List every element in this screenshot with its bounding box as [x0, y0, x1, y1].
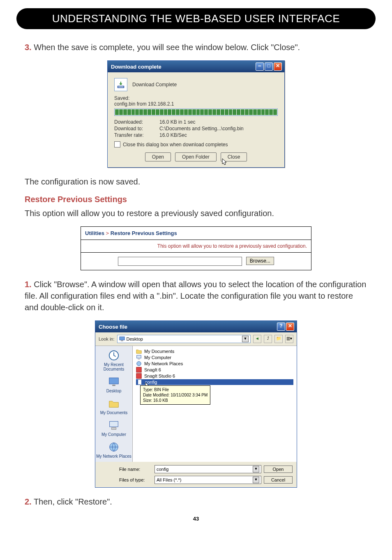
places-bar: My Recent Documents Desktop My Documents… [95, 346, 133, 462]
dialog-titlebar[interactable]: Choose file ? ✕ [95, 321, 297, 332]
places-mynet[interactable]: My Network Places [96, 441, 131, 459]
minimize-button[interactable]: ‒ [256, 62, 264, 71]
chevron-down-icon[interactable]: ▼ [253, 477, 259, 483]
saved-value: config.bin from 192.168.2.1 [114, 101, 278, 107]
page-number: 43 [0, 516, 392, 522]
browse-button[interactable]: Browse... [246, 257, 274, 265]
svg-rect-5 [112, 385, 115, 386]
svg-rect-7 [111, 428, 116, 430]
file-label: My Computer [144, 355, 171, 360]
up-one-level-button[interactable]: ⤴ [264, 335, 272, 343]
step-text: Click "Browse". A window will open that … [25, 280, 366, 312]
progress-bar [114, 108, 278, 116]
tooltip-line: Size: 16.0 KB [143, 398, 208, 403]
tooltip-line: Date Modified: 10/11/2002 3:34 PM [143, 392, 208, 398]
downloadto-label: Download to: [114, 126, 159, 131]
places-mycomp[interactable]: My Computer [101, 419, 126, 437]
help-button[interactable]: ? [277, 323, 285, 331]
filetype-value: All Files (*.*) [157, 477, 182, 482]
file-list[interactable]: My Documents My Computer My Network Plac… [133, 346, 297, 462]
step-text: Then, click "Restore". [34, 497, 112, 506]
list-item[interactable]: SnagIt 6 [136, 367, 293, 373]
views-button[interactable]: ▥▾ [285, 335, 293, 343]
rate-label: Transfer rate: [114, 132, 159, 138]
maximize-button[interactable]: □ [265, 62, 273, 71]
choose-file-dialog: Choose file ? ✕ Look in: Desktop ▼ ◄ ⤴ 📁… [95, 320, 297, 488]
downloadto-value: C:\Documents and Setting...\config.bin [159, 126, 278, 131]
cancel-button[interactable]: Cancel [264, 476, 293, 484]
places-mydocs[interactable]: My Documents [100, 397, 128, 415]
shortcut-icon [136, 367, 142, 373]
desktop-icon [119, 336, 125, 342]
dialog-titlebar[interactable]: Download complete ‒ □ ✕ [108, 61, 284, 72]
filename-input[interactable]: config ▼ [154, 465, 261, 473]
filename-label: File name: [119, 467, 152, 472]
close-when-complete-label: Close this dialog box when download comp… [123, 142, 228, 147]
dialog-title: Download complete [111, 64, 161, 70]
computer-icon [108, 419, 120, 431]
svg-rect-13 [136, 373, 141, 378]
svg-rect-1 [119, 337, 124, 340]
list-item[interactable]: SnagIt Studio 6 [136, 373, 293, 379]
step-number: 3. [25, 43, 32, 52]
places-label: My Recent Documents [95, 362, 132, 371]
places-recent[interactable]: My Recent Documents [95, 349, 132, 371]
restore-panel-desc: This option will allow you to restore a … [81, 240, 311, 253]
svg-point-11 [137, 362, 141, 366]
svg-rect-12 [136, 367, 141, 372]
close-when-complete-checkbox[interactable] [114, 141, 120, 147]
chevron-down-icon[interactable]: ▼ [242, 336, 249, 342]
step-number: 1. [25, 280, 32, 289]
saved-label: Saved: [114, 95, 278, 101]
file-tooltip: Type: BIN File Date Modified: 10/11/2002… [140, 385, 210, 405]
places-label: My Documents [100, 410, 128, 415]
recent-icon [108, 349, 120, 362]
lookin-dropdown[interactable]: Desktop ▼ [117, 335, 251, 343]
step-1: 1. Click "Browse". A window will open th… [25, 279, 367, 313]
svg-rect-10 [138, 359, 140, 360]
computer-icon [136, 355, 142, 360]
download-icon [114, 78, 127, 91]
open-button[interactable]: Open [264, 466, 293, 473]
step-3: 3. When the save is complete, you will s… [25, 41, 367, 53]
close-x-button[interactable]: ✕ [274, 62, 282, 71]
close-x-button[interactable]: ✕ [286, 323, 294, 331]
filetype-dropdown[interactable]: All Files (*.*) ▼ [154, 476, 261, 484]
chevron-down-icon[interactable]: ▼ [253, 466, 259, 472]
section-header: UNDERSTANDING THE WEB-BASED USER INTERFA… [16, 8, 376, 29]
restore-panel-title: Utilities > Restore Previous Settings [81, 227, 311, 240]
file-icon [137, 379, 143, 385]
file-label: SnagIt 6 [144, 367, 161, 372]
list-item[interactable]: My Documents [136, 348, 293, 354]
places-label: My Network Places [96, 454, 131, 459]
file-label: My Documents [144, 349, 174, 354]
breadcrumb-separator: > [106, 230, 109, 236]
restore-intro-text: This option will allow you to restore a … [25, 207, 367, 219]
step-2: 2. Then, click "Restore". [25, 496, 367, 507]
open-button[interactable]: Open [145, 152, 171, 161]
download-complete-dialog: Download complete ‒ □ ✕ Download Complet… [107, 60, 285, 168]
open-folder-button[interactable]: Open Folder [175, 152, 217, 161]
dialog-title: Choose file [99, 324, 127, 330]
shortcut-icon [136, 373, 142, 379]
back-button[interactable]: ◄ [253, 335, 261, 343]
list-item[interactable]: My Network Places [136, 361, 293, 366]
lookin-label: Look in: [99, 336, 115, 341]
places-label: Desktop [106, 389, 122, 393]
breadcrumb-leaf: Restore Previous Settings [111, 230, 177, 236]
new-folder-button[interactable]: 📁 [274, 335, 283, 343]
places-desktop[interactable]: Desktop [106, 376, 122, 393]
svg-rect-4 [109, 378, 119, 384]
desktop-icon [108, 376, 120, 388]
restore-file-input[interactable] [118, 257, 242, 266]
cursor-icon [221, 158, 229, 166]
file-label: SnagIt Studio 6 [144, 373, 175, 378]
list-item-selected[interactable]: config [136, 379, 293, 385]
rate-value: 16.0 KB/Sec [159, 132, 278, 138]
svg-rect-9 [137, 355, 141, 358]
lookin-value: Desktop [127, 336, 143, 341]
svg-rect-6 [110, 422, 118, 427]
filename-value: config [157, 467, 168, 472]
list-item[interactable]: My Computer [136, 355, 293, 360]
step-text: When the save is complete, you will see … [34, 43, 300, 52]
